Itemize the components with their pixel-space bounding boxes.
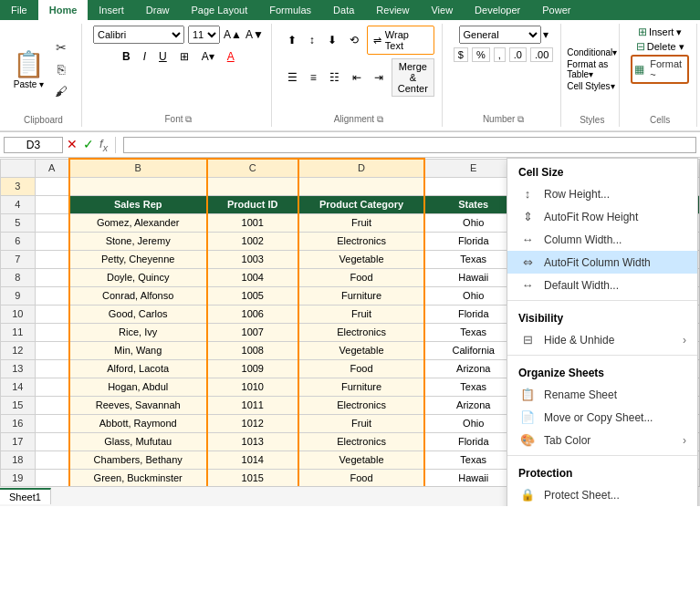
align-top-button[interactable]: ⬆ xyxy=(283,31,301,49)
row-header-9[interactable]: 9 xyxy=(1,286,36,305)
row-header-4[interactable]: 4 xyxy=(1,195,36,213)
tab-power[interactable]: Power xyxy=(531,0,581,20)
tab-page-layout[interactable]: Page Layout xyxy=(180,0,258,20)
cell-d7[interactable]: Vegetable xyxy=(298,250,424,268)
cell-styles-btn[interactable]: Cell Styles▾ xyxy=(567,81,617,91)
cell-d12[interactable]: Vegetable xyxy=(298,341,424,359)
cell-c12[interactable]: 1008 xyxy=(207,341,298,359)
format-button[interactable]: Format ~ xyxy=(646,57,685,82)
cell-a3[interactable] xyxy=(35,177,69,195)
cell-b9[interactable]: Conrad, Alfonso xyxy=(69,286,207,305)
column-width-item[interactable]: ↔ Column Width... xyxy=(507,228,697,251)
number-format-expand[interactable]: ▾ xyxy=(543,28,549,41)
cell-b4[interactable]: Sales Rep xyxy=(69,195,207,213)
cell-c8[interactable]: 1004 xyxy=(207,268,298,286)
row-header-15[interactable]: 15 xyxy=(1,396,36,414)
row-header-6[interactable]: 6 xyxy=(1,232,36,250)
tab-home[interactable]: Home xyxy=(38,0,89,20)
tab-file[interactable]: File xyxy=(0,0,38,20)
cell-c6[interactable]: 1002 xyxy=(207,232,298,250)
cell-d13[interactable]: Food xyxy=(298,359,424,378)
align-right-button[interactable]: ☷ xyxy=(325,68,344,87)
cell-b15[interactable]: Reeves, Savannah xyxy=(69,396,207,414)
col-header-a[interactable]: A xyxy=(35,159,69,177)
delete-button[interactable]: Delete ▾ xyxy=(647,41,684,53)
align-center-button[interactable]: ≡ xyxy=(306,68,321,87)
cell-c18[interactable]: 1014 xyxy=(207,450,298,469)
cell-d17[interactable]: Electronics xyxy=(298,432,424,450)
cell-a13[interactable] xyxy=(35,359,69,378)
cell-a11[interactable] xyxy=(35,323,69,341)
tab-formulas[interactable]: Formulas xyxy=(258,0,322,20)
cell-a6[interactable] xyxy=(35,232,69,250)
cell-d5[interactable]: Fruit xyxy=(298,213,424,232)
row-header-19[interactable]: 19 xyxy=(1,469,36,487)
align-left-button[interactable]: ☰ xyxy=(283,68,302,87)
cell-c17[interactable]: 1013 xyxy=(207,432,298,450)
row-header-10[interactable]: 10 xyxy=(1,305,36,323)
number-format-select[interactable]: General xyxy=(459,26,541,44)
paste-button[interactable]: 📋 Paste ▾ xyxy=(13,49,45,89)
increase-decimal-button[interactable]: .00 xyxy=(530,47,553,62)
row-header-17[interactable]: 17 xyxy=(1,432,36,450)
row-header-3[interactable]: 3 xyxy=(1,177,36,195)
cell-d4[interactable]: Product Category xyxy=(298,195,424,213)
cell-b19[interactable]: Green, Buckminster xyxy=(69,469,207,487)
tab-data[interactable]: Data xyxy=(322,0,365,20)
cell-b3[interactable] xyxy=(69,177,207,195)
cell-c11[interactable]: 1007 xyxy=(207,323,298,341)
cell-c14[interactable]: 1010 xyxy=(207,378,298,396)
cell-d14[interactable]: Furniture xyxy=(298,378,424,396)
font-color-button[interactable]: A xyxy=(223,47,239,66)
cell-c16[interactable]: 1012 xyxy=(207,414,298,432)
conditional-format-btn[interactable]: Conditional▾ xyxy=(567,47,617,57)
cell-a8[interactable] xyxy=(35,268,69,286)
row-header-7[interactable]: 7 xyxy=(1,250,36,268)
cell-c15[interactable]: 1011 xyxy=(207,396,298,414)
row-header-11[interactable]: 11 xyxy=(1,323,36,341)
decrease-decimal-button[interactable]: .0 xyxy=(509,47,527,62)
underline-button[interactable]: U xyxy=(154,47,172,66)
wrap-text-button[interactable]: ⇌ Wrap Text xyxy=(367,26,434,55)
cell-b17[interactable]: Glass, Mufutau xyxy=(69,432,207,450)
cell-c7[interactable]: 1003 xyxy=(207,250,298,268)
cell-a10[interactable] xyxy=(35,305,69,323)
row-header-5[interactable]: 5 xyxy=(1,213,36,232)
cell-c5[interactable]: 1001 xyxy=(207,213,298,232)
cell-c9[interactable]: 1005 xyxy=(207,286,298,305)
insert-function-icon[interactable]: fx xyxy=(99,137,108,153)
font-grow-button[interactable]: A▲ xyxy=(224,28,242,41)
tab-color-item[interactable]: 🎨 Tab Color › xyxy=(507,429,697,451)
cell-c3[interactable] xyxy=(207,177,298,195)
autofit-row-height-item[interactable]: ⇕ AutoFit Row Height xyxy=(507,205,697,228)
cut-button[interactable]: ✂ xyxy=(48,38,74,57)
cell-b12[interactable]: Min, Wang xyxy=(69,341,207,359)
sheet-tab-sheet1[interactable]: Sheet1 xyxy=(0,488,51,504)
cell-a18[interactable] xyxy=(35,450,69,469)
formula-input[interactable] xyxy=(123,137,696,153)
autofit-column-width-item[interactable]: ⇔ AutoFit Column Width xyxy=(507,251,697,274)
align-bottom-button[interactable]: ⬇ xyxy=(323,31,341,49)
row-height-item[interactable]: ↕ Row Height... xyxy=(507,182,697,205)
cell-b6[interactable]: Stone, Jeremy xyxy=(69,232,207,250)
percent-button[interactable]: % xyxy=(472,47,490,62)
cell-c13[interactable]: 1009 xyxy=(207,359,298,378)
cell-a14[interactable] xyxy=(35,378,69,396)
row-header-16[interactable]: 16 xyxy=(1,414,36,432)
cell-c10[interactable]: 1006 xyxy=(207,305,298,323)
row-header-14[interactable]: 14 xyxy=(1,378,36,396)
protect-sheet-item[interactable]: 🔒 Protect Sheet... xyxy=(507,483,697,506)
cell-b11[interactable]: Rice, Ivy xyxy=(69,323,207,341)
move-copy-item[interactable]: 📄 Move or Copy Sheet... xyxy=(507,406,697,429)
cell-b10[interactable]: Good, Carlos xyxy=(69,305,207,323)
comma-button[interactable]: , xyxy=(494,47,506,62)
fill-color-button[interactable]: A▾ xyxy=(197,47,219,66)
tab-insert[interactable]: Insert xyxy=(88,0,135,20)
cell-b13[interactable]: Alford, Lacota xyxy=(69,359,207,378)
name-box[interactable] xyxy=(4,137,63,153)
cell-b16[interactable]: Abbott, Raymond xyxy=(69,414,207,432)
row-header-8[interactable]: 8 xyxy=(1,268,36,286)
cell-b18[interactable]: Chambers, Bethany xyxy=(69,450,207,469)
cell-a15[interactable] xyxy=(35,396,69,414)
confirm-formula-icon[interactable]: ✓ xyxy=(83,137,94,153)
